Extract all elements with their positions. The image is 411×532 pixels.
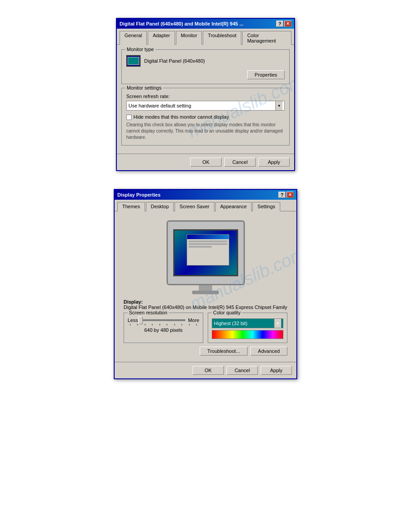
title-bar-2: Display Properties ? ✕ — [115, 190, 296, 200]
properties-button[interactable]: Properties — [247, 70, 285, 79]
display-label: Display: — [124, 299, 143, 305]
tab-screen-saver[interactable]: Screen Saver — [175, 202, 214, 211]
tab-general[interactable]: General — [120, 31, 147, 45]
hide-modes-checkbox[interactable] — [126, 115, 132, 120]
monitor-type-name: Digital Flat Panel (640x480) — [144, 58, 205, 64]
display-value: Digital Flat Panel (640x480) on Mobile I… — [124, 305, 287, 310]
advanced-button[interactable]: Advanced — [250, 347, 287, 356]
cancel-button-1[interactable]: Cancel — [224, 158, 256, 167]
fake-line-3 — [188, 246, 212, 248]
refresh-rate-dropdown-row: Use hardware default setting ▼ — [126, 101, 285, 111]
monitor-type-label: Monitor type — [125, 47, 155, 52]
dot-1 — [130, 324, 131, 326]
dot-10 — [196, 324, 197, 326]
title-bar-buttons-2: ? ✕ — [278, 192, 294, 198]
monitor-preview — [119, 216, 292, 296]
resolution-value: 640 by 480 pixels — [144, 327, 183, 333]
troubleshoot-advanced-row: Troubleshoot... Advanced — [124, 347, 287, 356]
screen-resolution-label: Screen resolution — [128, 310, 169, 315]
refresh-rate-select[interactable]: Use hardware default setting ▼ — [126, 101, 285, 111]
help-button-2[interactable]: ? — [278, 192, 286, 198]
monitor-icon-screen — [128, 57, 139, 65]
monitor-outer — [167, 220, 245, 285]
title-bar-text-1: Digital Flat Panel (640x480) and Mobile … — [120, 21, 244, 26]
more-label: More — [188, 317, 199, 323]
dot-4 — [152, 324, 153, 326]
hide-modes-label: Hide modes that this monitor cannot disp… — [133, 114, 229, 120]
refresh-rate-value: Use hardware default setting — [128, 103, 191, 108]
close-button-1[interactable]: ✕ — [284, 21, 291, 27]
tab-monitor[interactable]: Monitor — [176, 31, 202, 45]
fake-titlebar — [187, 235, 229, 239]
select-arrow-icon: ▼ — [275, 101, 283, 110]
tab-settings[interactable]: Settings — [253, 202, 280, 211]
title-bar-buttons-1: ? ✕ — [276, 21, 291, 27]
dot-5 — [159, 324, 160, 326]
monitor-type-row: Digital Flat Panel (640x480) — [126, 55, 285, 67]
fake-line-2 — [188, 243, 227, 245]
tabs-bar-1: General Adapter Monitor Troubleshoot Col… — [117, 29, 294, 45]
title-bar-1: Digital Flat Panel (640x480) and Mobile … — [117, 19, 294, 29]
less-label: Less — [128, 317, 138, 323]
dialog-monitor-properties: Digital Flat Panel (640x480) and Mobile … — [116, 18, 295, 171]
monitor-screen — [173, 229, 238, 276]
monitor-settings-label: Monitor settings — [125, 85, 163, 90]
ok-button-2[interactable]: OK — [193, 366, 224, 375]
color-quality-value: Highest (32 bit) — [214, 321, 248, 326]
tab-adapter[interactable]: Adapter — [148, 31, 175, 45]
tab-desktop[interactable]: Desktop — [146, 202, 174, 211]
color-quality-select[interactable]: Highest (32 bit) ▼ — [212, 318, 283, 328]
dot-3 — [145, 324, 146, 326]
slider-track[interactable] — [141, 319, 185, 321]
tab-appearance[interactable]: Appearance — [215, 202, 252, 211]
fake-content — [187, 239, 229, 250]
tab-color-management[interactable]: Color Management — [242, 31, 291, 45]
fake-window — [187, 234, 229, 266]
dialog2-buttons: OK Cancel Apply — [115, 362, 296, 378]
help-button-1[interactable]: ? — [276, 21, 283, 27]
monitor-type-icon — [126, 55, 141, 67]
color-quality-label: Color quality — [212, 310, 242, 315]
dot-6 — [167, 324, 167, 326]
tabs-bar-2: Themes Desktop Screen Saver Appearance S… — [115, 200, 296, 211]
tab-themes[interactable]: Themes — [117, 202, 145, 211]
cancel-button-2[interactable]: Cancel — [227, 366, 258, 375]
dot-9 — [189, 324, 190, 326]
monitor-type-group: Monitor type Digital Flat Panel (640x480… — [121, 49, 290, 84]
color-quality-group: Color quality Highest (32 bit) ▼ — [208, 313, 287, 343]
color-quality-arrow-icon: ▼ — [274, 319, 281, 328]
monitor-base — [192, 291, 219, 294]
resolution-value-row: 640 by 480 pixels — [128, 327, 199, 333]
dot-8 — [181, 324, 182, 326]
dialog1-buttons: OK Cancel Apply — [117, 154, 294, 170]
dialog-display-properties: Display Properties ? ✕ Themes Desktop Sc… — [114, 189, 297, 379]
troubleshoot-button[interactable]: Troubleshoot... — [200, 347, 248, 356]
color-quality-dropdown-row: Highest (32 bit) ▼ — [212, 318, 283, 328]
resolution-group: Screen resolution Less More — [124, 313, 203, 343]
monitor-stand — [199, 285, 212, 291]
apply-button-1[interactable]: Apply — [258, 158, 290, 167]
title-bar-text-2: Display Properties — [117, 192, 161, 197]
slider-row: Less More — [128, 317, 199, 323]
close-button-2[interactable]: ✕ — [287, 192, 294, 198]
color-swatch — [212, 330, 283, 339]
refresh-rate-label: Screen refresh rate: — [126, 94, 170, 99]
dot-2 — [137, 324, 138, 326]
apply-button-2[interactable]: Apply — [261, 366, 292, 375]
dialog1-content: Monitor type Digital Flat Panel (640x480… — [117, 45, 294, 154]
warning-text: Clearing this check box allows you to se… — [126, 122, 285, 141]
tab-troubleshoot[interactable]: Troubleshoot — [203, 31, 241, 45]
dialog2-content: Display: Digital Flat Panel (640x480) on… — [115, 211, 296, 362]
monitor-preview-inner — [167, 220, 245, 294]
settings-bottom: Screen resolution Less More — [124, 313, 287, 343]
fake-line-1 — [188, 240, 227, 242]
properties-btn-row: Properties — [126, 70, 285, 79]
dot-7 — [174, 324, 175, 326]
monitor-screen-inner — [175, 231, 237, 275]
monitor-settings-group: Monitor settings Screen refresh rate: Us… — [121, 88, 290, 146]
display-info: Display: Digital Flat Panel (640x480) on… — [124, 299, 287, 310]
refresh-rate-label-row: Screen refresh rate: — [126, 94, 285, 99]
ok-button-1[interactable]: OK — [190, 158, 222, 167]
slider-thumb[interactable] — [138, 316, 143, 324]
hide-modes-row: Hide modes that this monitor cannot disp… — [126, 114, 285, 120]
